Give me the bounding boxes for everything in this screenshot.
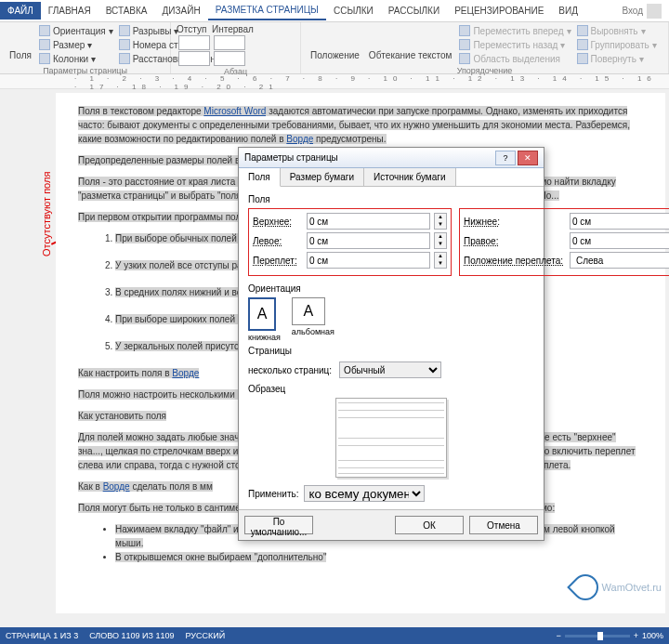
- margin-left-input[interactable]: [307, 232, 430, 249]
- status-language[interactable]: РУССКИЙ: [185, 631, 225, 640]
- tab-page-layout[interactable]: РАЗМЕТКА СТРАНИЦЫ: [208, 1, 326, 20]
- orientation-button[interactable]: Ориентация ▾: [37, 24, 115, 37]
- link-ms-word[interactable]: Microsoft Word: [203, 106, 266, 116]
- status-word-count[interactable]: СЛОВО 1109 ИЗ 1109: [89, 631, 174, 640]
- ribbon-tabs: ФАЙЛ ГЛАВНАЯ ВСТАВКА ДИЗАЙН РАЗМЕТКА СТР…: [0, 0, 669, 22]
- breaks-icon: [119, 25, 130, 36]
- spin-button[interactable]: ▲▼: [434, 213, 447, 230]
- apply-to-select[interactable]: ко всему документу: [304, 485, 425, 502]
- link-word-2[interactable]: Ворде: [172, 368, 199, 378]
- indent-right-input[interactable]: [177, 51, 210, 66]
- margin-top-input[interactable]: [307, 213, 430, 230]
- margins-button[interactable]: Поля: [6, 24, 35, 62]
- page-setup-dialog: Параметры страницы ? ✕ Поля Размер бумаг…: [238, 147, 544, 541]
- tab-design[interactable]: ДИЗАЙН: [155, 2, 208, 20]
- dialog-tab-layout[interactable]: Источник бумаги: [364, 168, 456, 186]
- portrait-icon: A: [248, 297, 276, 331]
- dialog-tab-paper[interactable]: Размер бумаги: [281, 168, 364, 186]
- forward-icon: [459, 25, 470, 36]
- status-bar: СТРАНИЦА 1 ИЗ 3 СЛОВО 1109 ИЗ 1109 РУССК…: [0, 627, 669, 644]
- landscape-icon: A: [292, 297, 325, 325]
- margin-bottom-input[interactable]: [570, 213, 669, 230]
- tab-insert[interactable]: ВСТАВКА: [98, 2, 155, 20]
- tab-references[interactable]: ССЫЛКИ: [326, 2, 381, 20]
- ruler: · 1 · 2 · 3 · 4 · 5 · 6 · 7 · 8 · 9 · 10…: [0, 74, 669, 89]
- gutter-position-select[interactable]: Слева: [570, 252, 669, 269]
- spacing-after-input[interactable]: [212, 51, 254, 66]
- wrap-icon: [400, 26, 422, 48]
- send-backward-button: Переместить назад ▾: [457, 38, 572, 51]
- spin-button[interactable]: ▲▼: [434, 232, 447, 249]
- rotate-icon: [577, 53, 588, 64]
- dialog-tab-margins[interactable]: Поля: [239, 168, 281, 187]
- margins-icon: [9, 26, 32, 48]
- spacing-before-input[interactable]: [212, 35, 254, 50]
- margins-right-group: Нижнее:▲▼ Правое:▲▼ Положение переплета:…: [459, 208, 669, 276]
- columns-icon: [39, 53, 50, 64]
- dialog-tabs: Поля Размер бумаги Источник бумаги: [239, 168, 544, 187]
- tab-home[interactable]: ГЛАВНАЯ: [41, 2, 98, 20]
- orientation-landscape[interactable]: Aальбомная: [292, 297, 334, 342]
- selpane-icon: [459, 53, 470, 64]
- gutter-input[interactable]: [307, 252, 430, 269]
- rotate-button: Повернуть ▾: [575, 52, 659, 65]
- status-page[interactable]: СТРАНИЦА 1 ИЗ 3: [6, 631, 78, 640]
- dialog-title: Параметры страницы: [244, 152, 495, 163]
- size-button[interactable]: Размер ▾: [37, 38, 115, 51]
- ok-button[interactable]: ОК: [395, 516, 464, 534]
- indent-label: Отступ: [177, 24, 210, 34]
- position-icon: [323, 26, 346, 48]
- margins-left-group: Верхнее:▲▼ Левое:▲▼ Переплет:▲▼: [248, 208, 452, 276]
- dialog-close-button[interactable]: ✕: [518, 151, 538, 165]
- zoom-slider[interactable]: [565, 635, 630, 637]
- selection-pane-button: Область выделения: [457, 52, 572, 65]
- margin-right-input[interactable]: [570, 232, 669, 249]
- list-item: В открывшемся окне выбираем "дополнитель…: [115, 550, 643, 564]
- zoom-level[interactable]: 100%: [642, 631, 663, 640]
- size-icon: [39, 39, 50, 50]
- watermark: WamOtvet.ru: [572, 574, 662, 600]
- sample-preview: [335, 398, 447, 478]
- set-default-button[interactable]: По умолчанию...: [244, 516, 313, 534]
- lineno-icon: [119, 39, 130, 50]
- orientation-icon: [39, 25, 50, 36]
- sign-in[interactable]: Вход: [614, 0, 669, 22]
- tab-view[interactable]: ВИД: [551, 2, 585, 20]
- group-icon: [577, 39, 588, 50]
- cancel-button[interactable]: Отмена: [469, 516, 538, 534]
- margins-section-label: Поля: [248, 194, 534, 204]
- link-word-1[interactable]: Ворде: [286, 134, 313, 144]
- orientation-label: Ориентация: [248, 283, 534, 294]
- zoom-in-button[interactable]: +: [634, 631, 638, 640]
- watermark-logo-icon: [567, 569, 604, 606]
- sample-label: Образец: [248, 384, 534, 394]
- tab-review[interactable]: РЕЦЕНЗИРОВАНИЕ: [447, 2, 551, 20]
- link-word-3[interactable]: Ворде: [103, 481, 130, 492]
- ribbon: Поля Ориентация ▾ Размер ▾ Колонки ▾ Раз…: [0, 22, 669, 74]
- indent-left-input[interactable]: [177, 35, 210, 50]
- position-button[interactable]: Положение: [307, 24, 363, 62]
- pages-label: Страницы: [248, 346, 534, 356]
- align-button: Выровнять ▾: [575, 24, 659, 37]
- bring-forward-button: Переместить вперед ▾: [457, 24, 572, 37]
- columns-button[interactable]: Колонки ▾: [37, 52, 115, 65]
- spin-button[interactable]: ▲▼: [434, 252, 447, 269]
- wrap-text-button[interactable]: Обтекание текстом: [365, 24, 456, 62]
- dialog-titlebar[interactable]: Параметры страницы ? ✕: [239, 148, 544, 168]
- avatar-icon: [647, 4, 662, 19]
- backward-icon: [459, 39, 470, 50]
- tab-mailings[interactable]: РАССЫЛКИ: [381, 2, 447, 20]
- hyphen-icon: [119, 53, 130, 64]
- spacing-label: Интервал: [212, 24, 254, 34]
- group-button: Группировать ▾: [575, 38, 659, 51]
- dialog-help-button[interactable]: ?: [495, 151, 516, 165]
- zoom-out-button[interactable]: −: [556, 631, 560, 640]
- orientation-portrait[interactable]: Aкнижная: [248, 297, 281, 342]
- tab-file[interactable]: ФАЙЛ: [0, 2, 41, 20]
- align-icon: [577, 25, 588, 36]
- multiple-pages-select[interactable]: Обычный: [339, 361, 441, 378]
